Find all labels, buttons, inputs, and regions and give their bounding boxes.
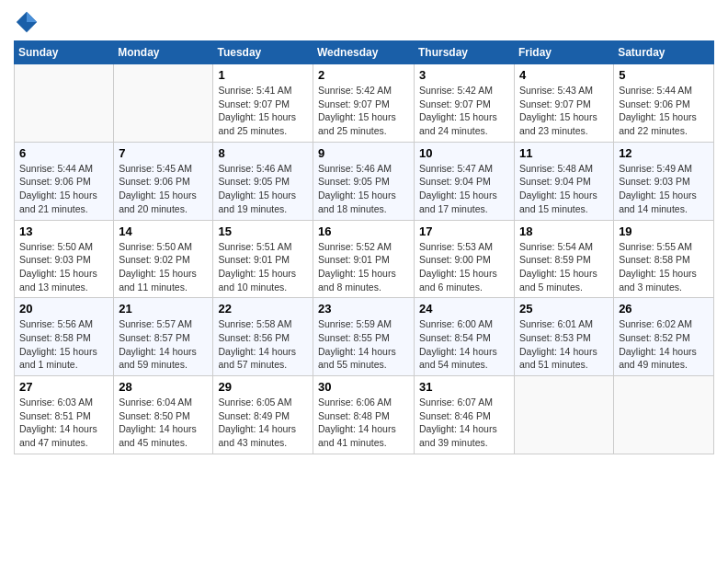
day-number: 15 [218, 224, 308, 238]
cell-content: Sunrise: 5:46 AM Sunset: 9:05 PM Dayligh… [218, 162, 308, 216]
cell-content: Sunrise: 5:53 AM Sunset: 9:00 PM Dayligh… [419, 240, 509, 294]
calendar-week-4: 20Sunrise: 5:56 AM Sunset: 8:58 PM Dayli… [15, 298, 714, 376]
calendar-cell: 7Sunrise: 5:45 AM Sunset: 9:06 PM Daylig… [114, 142, 213, 220]
day-number: 9 [318, 146, 409, 160]
cell-content: Sunrise: 5:42 AM Sunset: 9:07 PM Dayligh… [318, 84, 409, 138]
svg-marker-1 [27, 12, 37, 22]
cell-content: Sunrise: 5:50 AM Sunset: 9:02 PM Dayligh… [119, 240, 208, 294]
day-number: 10 [419, 146, 509, 160]
weekday-header-friday: Friday [515, 41, 614, 64]
day-number: 1 [218, 68, 308, 82]
day-number: 27 [19, 380, 108, 394]
logo [14, 9, 43, 35]
calendar-week-5: 27Sunrise: 6:03 AM Sunset: 8:51 PM Dayli… [15, 376, 714, 454]
cell-content: Sunrise: 5:46 AM Sunset: 9:05 PM Dayligh… [318, 162, 409, 216]
cell-content: Sunrise: 6:05 AM Sunset: 8:49 PM Dayligh… [218, 396, 308, 450]
day-number: 18 [519, 224, 609, 238]
day-number: 14 [119, 224, 208, 238]
day-number: 26 [619, 302, 709, 316]
calendar-cell: 8Sunrise: 5:46 AM Sunset: 9:05 PM Daylig… [213, 142, 313, 220]
calendar-cell: 18Sunrise: 5:54 AM Sunset: 8:59 PM Dayli… [515, 220, 614, 298]
day-number: 31 [419, 380, 509, 394]
day-number: 16 [318, 224, 409, 238]
cell-content: Sunrise: 6:06 AM Sunset: 8:48 PM Dayligh… [318, 396, 409, 450]
calendar-cell: 29Sunrise: 6:05 AM Sunset: 8:49 PM Dayli… [213, 376, 313, 454]
cell-content: Sunrise: 6:04 AM Sunset: 8:50 PM Dayligh… [119, 396, 208, 450]
day-number: 7 [119, 146, 208, 160]
calendar-cell: 9Sunrise: 5:46 AM Sunset: 9:05 PM Daylig… [313, 142, 415, 220]
weekday-header-thursday: Thursday [415, 41, 515, 64]
day-number: 24 [419, 302, 509, 316]
calendar-cell: 5Sunrise: 5:44 AM Sunset: 9:06 PM Daylig… [614, 64, 714, 143]
day-number: 21 [119, 302, 208, 316]
day-number: 4 [519, 68, 609, 82]
day-number: 5 [619, 68, 709, 82]
calendar-cell [15, 64, 114, 143]
weekday-header-wednesday: Wednesday [313, 41, 415, 64]
day-number: 2 [318, 68, 409, 82]
calendar-cell: 19Sunrise: 5:55 AM Sunset: 8:58 PM Dayli… [614, 220, 714, 298]
day-number: 8 [218, 146, 308, 160]
calendar-cell: 14Sunrise: 5:50 AM Sunset: 9:02 PM Dayli… [114, 220, 213, 298]
calendar-cell [614, 376, 714, 454]
day-number: 11 [519, 146, 609, 160]
cell-content: Sunrise: 5:52 AM Sunset: 9:01 PM Dayligh… [318, 240, 409, 294]
cell-content: Sunrise: 5:49 AM Sunset: 9:03 PM Dayligh… [619, 162, 709, 216]
calendar-cell: 27Sunrise: 6:03 AM Sunset: 8:51 PM Dayli… [15, 376, 114, 454]
day-number: 22 [218, 302, 308, 316]
weekday-header-monday: Monday [114, 41, 213, 64]
cell-content: Sunrise: 5:58 AM Sunset: 8:56 PM Dayligh… [218, 317, 308, 372]
day-number: 17 [419, 224, 509, 238]
calendar-cell: 6Sunrise: 5:44 AM Sunset: 9:06 PM Daylig… [15, 142, 114, 220]
calendar-cell: 26Sunrise: 6:02 AM Sunset: 8:52 PM Dayli… [614, 298, 714, 376]
calendar-cell: 13Sunrise: 5:50 AM Sunset: 9:03 PM Dayli… [15, 220, 114, 298]
cell-content: Sunrise: 5:51 AM Sunset: 9:01 PM Dayligh… [218, 240, 308, 294]
calendar-cell: 15Sunrise: 5:51 AM Sunset: 9:01 PM Dayli… [213, 220, 313, 298]
day-number: 19 [619, 224, 709, 238]
calendar-cell: 3Sunrise: 5:42 AM Sunset: 9:07 PM Daylig… [415, 64, 515, 143]
calendar-cell: 10Sunrise: 5:47 AM Sunset: 9:04 PM Dayli… [415, 142, 515, 220]
cell-content: Sunrise: 5:47 AM Sunset: 9:04 PM Dayligh… [419, 162, 509, 216]
weekday-header-sunday: Sunday [15, 41, 114, 64]
calendar-cell [515, 376, 614, 454]
calendar-week-1: 1Sunrise: 5:41 AM Sunset: 9:07 PM Daylig… [15, 64, 714, 143]
calendar-cell: 4Sunrise: 5:43 AM Sunset: 9:07 PM Daylig… [515, 64, 614, 143]
calendar-cell: 31Sunrise: 6:07 AM Sunset: 8:46 PM Dayli… [415, 376, 515, 454]
calendar-week-2: 6Sunrise: 5:44 AM Sunset: 9:06 PM Daylig… [15, 142, 714, 220]
day-number: 25 [519, 302, 609, 316]
weekday-header-saturday: Saturday [614, 41, 714, 64]
calendar-cell: 17Sunrise: 5:53 AM Sunset: 9:00 PM Dayli… [415, 220, 515, 298]
calendar-cell: 1Sunrise: 5:41 AM Sunset: 9:07 PM Daylig… [213, 64, 313, 143]
cell-content: Sunrise: 5:50 AM Sunset: 9:03 PM Dayligh… [19, 240, 108, 294]
cell-content: Sunrise: 5:54 AM Sunset: 8:59 PM Dayligh… [519, 240, 609, 294]
day-number: 3 [419, 68, 509, 82]
calendar-cell: 28Sunrise: 6:04 AM Sunset: 8:50 PM Dayli… [114, 376, 213, 454]
cell-content: Sunrise: 6:07 AM Sunset: 8:46 PM Dayligh… [419, 396, 509, 450]
calendar-cell [114, 64, 213, 143]
cell-content: Sunrise: 6:01 AM Sunset: 8:53 PM Dayligh… [519, 317, 609, 372]
cell-content: Sunrise: 5:57 AM Sunset: 8:57 PM Dayligh… [119, 317, 208, 372]
cell-content: Sunrise: 5:48 AM Sunset: 9:04 PM Dayligh… [519, 162, 609, 216]
calendar-cell: 2Sunrise: 5:42 AM Sunset: 9:07 PM Daylig… [313, 64, 415, 143]
calendar-cell: 24Sunrise: 6:00 AM Sunset: 8:54 PM Dayli… [415, 298, 515, 376]
cell-content: Sunrise: 6:00 AM Sunset: 8:54 PM Dayligh… [419, 317, 509, 372]
cell-content: Sunrise: 5:42 AM Sunset: 9:07 PM Dayligh… [419, 84, 509, 138]
cell-content: Sunrise: 5:55 AM Sunset: 8:58 PM Dayligh… [619, 240, 709, 294]
calendar-cell: 20Sunrise: 5:56 AM Sunset: 8:58 PM Dayli… [15, 298, 114, 376]
calendar-cell: 11Sunrise: 5:48 AM Sunset: 9:04 PM Dayli… [515, 142, 614, 220]
day-number: 28 [119, 380, 208, 394]
day-number: 23 [318, 302, 409, 316]
calendar-cell: 30Sunrise: 6:06 AM Sunset: 8:48 PM Dayli… [313, 376, 415, 454]
page-header [14, 9, 714, 35]
cell-content: Sunrise: 6:02 AM Sunset: 8:52 PM Dayligh… [619, 317, 709, 372]
day-number: 12 [619, 146, 709, 160]
cell-content: Sunrise: 5:44 AM Sunset: 9:06 PM Dayligh… [619, 84, 709, 138]
cell-content: Sunrise: 5:43 AM Sunset: 9:07 PM Dayligh… [519, 84, 609, 138]
cell-content: Sunrise: 5:56 AM Sunset: 8:58 PM Dayligh… [19, 317, 108, 372]
calendar-cell: 21Sunrise: 5:57 AM Sunset: 8:57 PM Dayli… [114, 298, 213, 376]
calendar-cell: 22Sunrise: 5:58 AM Sunset: 8:56 PM Dayli… [213, 298, 313, 376]
weekday-header-tuesday: Tuesday [213, 41, 313, 64]
cell-content: Sunrise: 5:45 AM Sunset: 9:06 PM Dayligh… [119, 162, 208, 216]
calendar-week-3: 13Sunrise: 5:50 AM Sunset: 9:03 PM Dayli… [15, 220, 714, 298]
logo-icon [14, 9, 40, 35]
